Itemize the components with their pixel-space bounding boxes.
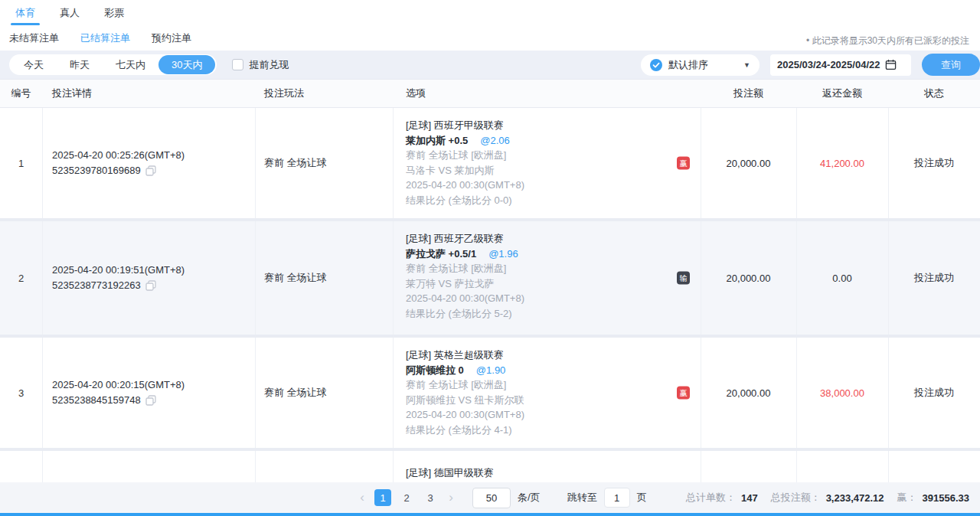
win-badge: 赢 [677,387,690,400]
table-row: [足球] 德国甲级联赛 [0,451,980,482]
result-score: 结果比分 (全场比分 5-2) [406,306,524,322]
bet-details-cell: 2025-04-20 00:20:15(GMT+8) 5235238845159… [52,377,185,408]
total-win-label: 赢： [897,491,917,505]
records-note: • 此记录将显示30天内所有已派彩的投注 [806,34,969,47]
cashout-filter[interactable]: 提前兑现 [232,58,289,72]
copy-icon[interactable] [145,165,156,176]
subtab-settled-bets[interactable]: 已结算注单 [80,31,130,45]
bet-options-cell: [足球] 德国甲级联赛 [406,465,494,481]
page-unit-label: 页 [637,491,647,505]
main-tab-bar: 体育 真人 彩票 [0,0,980,25]
filter-today[interactable]: 今天 [11,55,57,74]
page-button-3[interactable]: 3 [422,489,439,506]
total-count-label: 总计单数： [686,491,736,505]
market-type: 赛前 全场让球 [欧洲盘] [406,377,524,393]
bet-status: 投注成功 [888,386,980,400]
totals-summary: 总计单数： 147 总投注额： 3,233,472.12 赢： 391556.3… [686,482,969,513]
top-bar: 体育 真人 彩票 未结算注单 已结算注单 预约注单 • 此记录将显示30天内所有… [0,0,980,51]
bet-odds: @1.96 [488,248,518,260]
row-number: 3 [0,338,42,448]
bet-status: 投注成功 [888,271,980,285]
league-name: [足球] 西班牙甲级联赛 [406,118,524,133]
bet-selection: 萨拉戈萨 +0.5/1 [406,248,476,260]
copy-icon[interactable] [145,395,156,406]
tab-live[interactable]: 真人 [60,0,80,25]
total-count-value: 147 [741,492,758,504]
market-type: 赛前 全场让球 [欧洲盘] [406,148,524,163]
bet-selection: 莱加内斯 +0.5 [406,135,468,146]
bet-time: 2025-04-20 00:20:15(GMT+8) [52,377,185,393]
match-time: 2025-04-20 00:30(GMT+8) [406,291,524,306]
pagination: ‹ 1 2 3 › 条/页 跳转至 页 [357,482,647,513]
return-amount: 0.00 [796,273,888,284]
tab-lottery[interactable]: 彩票 [104,0,124,25]
bet-type-cell: 赛前 全场让球 [264,156,327,170]
row-number: 2 [0,221,42,335]
bet-type-cell: 赛前 全场让球 [264,271,327,285]
copy-icon[interactable] [145,280,156,291]
jump-page-input[interactable] [604,488,630,508]
bet-odds: @1.90 [476,364,506,376]
match-teams: 马洛卡 VS 莱加内斯 [406,163,524,178]
cashout-label: 提前兑现 [249,58,289,72]
result-score: 结果比分 (全场比分 0-0) [406,193,524,208]
filter-bar: 今天 昨天 七天内 30天内 提前兑现 默认排序 ▼ 2025/03/24-20… [0,51,980,79]
header-status: 状态 [888,80,980,107]
match-teams: 阿斯顿维拉 VS 纽卡斯尔联 [406,393,524,408]
sort-dropdown[interactable]: 默认排序 ▼ [641,54,760,76]
win-badge: 赢 [677,157,690,170]
league-name: [足球] 德国甲级联赛 [406,465,494,481]
match-teams: 莱万特 VS 萨拉戈萨 [406,276,524,292]
page-size-input[interactable] [472,488,511,508]
total-stake-label: 总投注额： [771,491,821,505]
table-row: 3 2025-04-20 00:20:15(GMT+8) 52352388451… [0,338,980,448]
quick-date-filter-group: 今天 昨天 七天内 30天内 [9,54,217,75]
header-bet-details: 投注详情 [52,80,92,107]
bet-odds: @2.06 [480,135,510,146]
chevron-right-icon[interactable]: › [446,490,456,505]
filter-30days[interactable]: 30天内 [158,55,215,74]
market-type: 赛前 全场让球 [欧洲盘] [406,261,524,276]
subtab-unsettled-bets[interactable]: 未结算注单 [9,31,59,45]
calendar-icon [885,59,897,70]
bet-options-cell: [足球] 西班牙甲级联赛 莱加内斯 +0.5@2.06 赛前 全场让球 [欧洲盘… [406,118,524,207]
caret-down-icon: ▼ [743,61,750,69]
filter-yesterday[interactable]: 昨天 [57,55,103,74]
header-options: 选项 [406,80,426,107]
table-row: 1 2025-04-20 00:25:26(GMT+8) 52352397801… [0,108,980,218]
bet-type-cell: 赛前 全场让球 [264,386,327,400]
per-page-label: 条/页 [518,491,541,505]
subtab-reserved-bets[interactable]: 预约注单 [152,31,191,45]
bet-time: 2025-04-20 00:25:26(GMT+8) [52,148,185,163]
table-row: 2 2025-04-20 00:19:51(GMT+8) 52352387731… [0,221,980,335]
page-button-1[interactable]: 1 [374,489,391,506]
league-name: [足球] 西班牙乙级联赛 [406,231,524,247]
chevron-left-icon[interactable]: ‹ [357,490,368,505]
tab-sports[interactable]: 体育 [15,0,35,25]
date-range-picker[interactable]: 2025/03/24-2025/04/22 [770,54,911,76]
bet-order-id: 5235239780169689 [52,163,141,178]
bet-table-body: 1 2025-04-20 00:25:26(GMT+8) 52352397801… [0,108,980,482]
bet-order-id: 5235238845159748 [52,393,141,408]
query-button[interactable]: 查询 [922,54,980,76]
table-header: 编号 投注详情 投注玩法 选项 投注额 返还金额 状态 [0,79,980,108]
result-score: 结果比分 (全场比分 4-1) [406,423,524,438]
header-bet-type: 投注玩法 [264,80,304,107]
header-no: 编号 [0,80,42,107]
cashout-checkbox[interactable] [232,59,243,70]
date-range-value: 2025/03/24-2025/04/22 [777,59,880,70]
check-circle-icon [650,59,662,71]
bet-options-cell: [足球] 英格兰超级联赛 阿斯顿维拉 0@1.90 赛前 全场让球 [欧洲盘] … [406,348,524,437]
page-button-2[interactable]: 2 [398,489,415,506]
bet-amount: 20,000.00 [701,387,796,399]
jump-to-label: 跳转至 [567,491,597,505]
sort-label: 默认排序 [668,58,708,72]
filter-7days[interactable]: 七天内 [103,55,158,74]
match-time: 2025-04-20 00:30(GMT+8) [406,178,524,193]
match-time: 2025-04-20 00:30(GMT+8) [406,407,524,423]
row-number: 1 [0,108,42,218]
league-name: [足球] 英格兰超级联赛 [406,348,524,363]
bet-amount: 20,000.00 [701,158,796,169]
total-stake-value: 3,233,472.12 [826,492,884,504]
bet-details-cell: 2025-04-20 00:19:51(GMT+8) 5235238773192… [52,263,185,293]
